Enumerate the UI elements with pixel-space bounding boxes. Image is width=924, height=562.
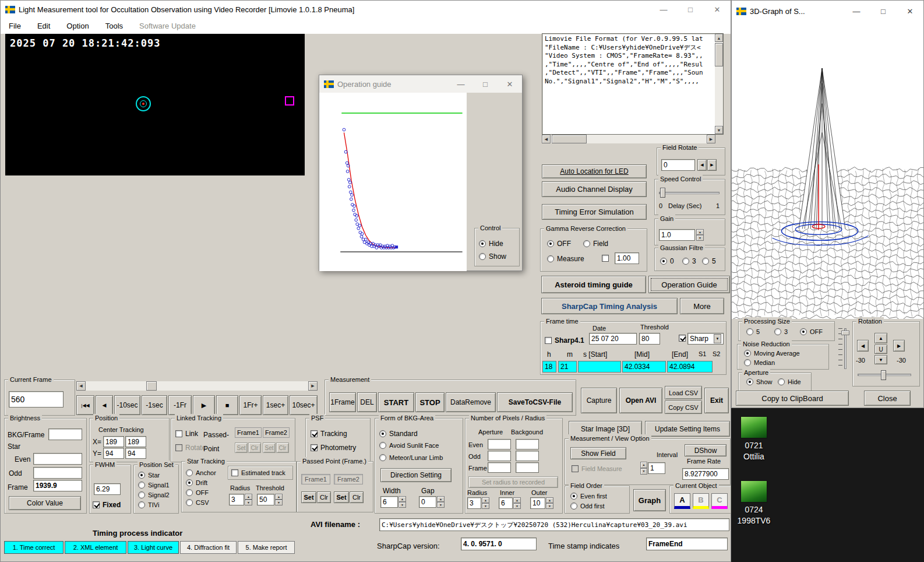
gap-input[interactable] [419,496,436,508]
radio-icon[interactable] [138,491,145,498]
mid-field[interactable]: 42.0334 [622,361,666,373]
step-light-curve-button[interactable]: 3. Light curve [128,541,179,554]
field-rotate-input[interactable] [661,159,695,171]
load-csv-button[interactable]: Load CSV [665,386,702,399]
rotate-left-icon[interactable]: ◀ [857,340,869,352]
bkg-meteor-option[interactable]: Meteor/Lunar Limb [379,454,443,461]
desktop-icon-0721[interactable]: 0721 Ottilia [733,416,774,462]
minus-1sec-button[interactable]: -1sec [142,395,167,415]
field-rotate-left-icon[interactable]: ◀ [697,159,707,171]
radio-icon[interactable] [479,253,486,260]
speed-slider-track[interactable] [659,192,720,194]
open-avi-button[interactable]: Open AVI [619,388,662,413]
savetocsv-button[interactable]: SaveToCSV-File [497,392,573,412]
position-set-tivi-option[interactable]: TIVi [138,501,159,508]
radius-spinner[interactable]: ▲▼ [245,494,252,505]
size-5-option[interactable]: 5 [746,328,760,335]
video-display[interactable]: 2025 07 20 18:21:42:093 [5,34,305,175]
scroll-left-icon[interactable]: ◀ [76,381,86,391]
psf-photometry-option[interactable]: Photometry [311,444,356,452]
inner-input[interactable] [499,497,513,509]
zoom-slider-thumb[interactable] [841,331,849,335]
bkg-standard-option[interactable]: Standard [379,430,418,438]
position-set-signal2-option[interactable]: Signal2 [138,491,170,498]
textarea-vscrollbar[interactable]: ▲ ▼ [715,34,723,134]
radio-icon[interactable] [138,482,145,489]
size-3-option[interactable]: 3 [774,328,788,335]
minus-10sec-button[interactable]: -10sec [114,395,140,415]
step-back-button[interactable]: ◀ [96,395,113,415]
step-make-report-button[interactable]: 5. Make report [238,541,295,554]
psf-tracking-option[interactable]: Tracking [311,430,347,438]
radio-icon[interactable] [186,489,193,496]
spin-down-icon[interactable]: ▼ [245,500,252,505]
inner-spinner[interactable]: ▲▼ [513,497,521,509]
y2-input[interactable] [125,448,146,459]
spin-down-icon[interactable]: ▼ [398,502,406,508]
scroll-right-icon[interactable]: ▶ [707,135,715,143]
linked-clr2-button[interactable]: Clr [276,442,289,453]
auto-location-led-button[interactable]: Auto Location for LED [542,164,647,178]
size-off-option[interactable]: OFF [800,328,823,335]
gaussian-0-option[interactable]: 0 [660,257,674,265]
show-option[interactable]: Show [479,252,506,261]
hide-option[interactable]: Hide [479,240,503,248]
minimize-icon[interactable]: — [449,75,473,93]
set-radius-button[interactable]: Set radius to recorded [468,476,558,488]
fwhm-fixed-option[interactable]: Fixed [93,501,121,509]
radio-icon[interactable] [186,479,193,486]
checkbox-icon[interactable] [572,465,579,472]
checkbox-icon[interactable] [175,444,182,451]
desktop-icon-0724[interactable]: 0724 1998TV6 [733,480,774,526]
sharp-combobox[interactable]: Sharp ▼ [687,333,724,345]
radio-icon[interactable] [702,258,709,265]
speed-slider-thumb[interactable] [660,188,665,198]
object-c-button[interactable]: C [711,493,728,509]
spin-down-icon[interactable]: ▼ [546,503,553,509]
spin-up-icon[interactable]: ▲ [513,497,521,503]
radio-icon[interactable] [744,350,751,357]
fileformat-textarea[interactable]: Limovie File Format (for Ver.0.9.99.5 la… [542,33,724,135]
step-xml-element-button[interactable]: 2. XML element [65,541,126,554]
spin-down-icon[interactable]: ▼ [437,502,445,508]
radio-icon[interactable] [379,454,386,461]
scroll-left-icon[interactable]: ◀ [542,135,551,143]
radio-icon[interactable] [186,469,193,476]
checkbox-icon[interactable] [175,430,182,437]
operation-guide-button[interactable]: Operation Guide [648,276,730,293]
position-set-star-option[interactable]: Star [138,472,160,479]
odd-aperture-input[interactable] [488,451,511,461]
spin-down-icon[interactable]: ▼ [696,235,704,241]
combo-dropdown-icon[interactable]: ▼ [714,334,721,343]
rotate-right-icon[interactable]: ▶ [893,340,905,352]
plus-1sec-button[interactable]: 1sec+ [263,395,288,415]
copy-to-clipboard-button[interactable]: Copy to ClipBoard [736,391,849,406]
star-odd-input[interactable] [33,467,82,479]
threshold-spinner[interactable]: ▲▼ [275,494,283,505]
checkbox-icon[interactable] [311,444,318,451]
passed-clr2-button[interactable]: Clr [350,491,364,503]
odd-background-input[interactable] [516,451,539,461]
play-button[interactable]: ▶ [193,395,215,415]
checkbox-icon[interactable] [545,337,552,344]
passed-clr1-button[interactable]: Clr [317,491,331,503]
interval-input[interactable] [648,462,665,474]
avi-filename-input[interactable] [379,518,729,531]
audio-channel-display-button[interactable]: Audio Channel Display [542,181,647,197]
copy-csv-button[interactable]: Copy CSV [665,401,702,414]
gaussian-3-option[interactable]: 3 [682,257,696,265]
spin-up-icon[interactable]: ▲ [275,494,283,500]
frame-aperture-input[interactable] [488,462,511,473]
even-aperture-input[interactable] [488,439,511,449]
star-even-input[interactable] [33,453,82,465]
spin-up-icon[interactable]: ▲ [640,462,647,468]
tracking-threshold-input[interactable] [257,494,274,505]
radius-spinner[interactable]: ▲▼ [482,497,489,509]
x2-input[interactable] [125,436,146,447]
linked-clr1-button[interactable]: Clr [248,442,261,453]
show-field-button[interactable]: Show Field [570,447,626,459]
rotate-up-icon[interactable]: ▲ [874,333,887,343]
aperture-hide-option[interactable]: Hide [778,378,801,385]
csv-option[interactable]: CSV [186,499,209,506]
timing-error-simulation-button[interactable]: Timing Error Simulation [542,204,647,220]
